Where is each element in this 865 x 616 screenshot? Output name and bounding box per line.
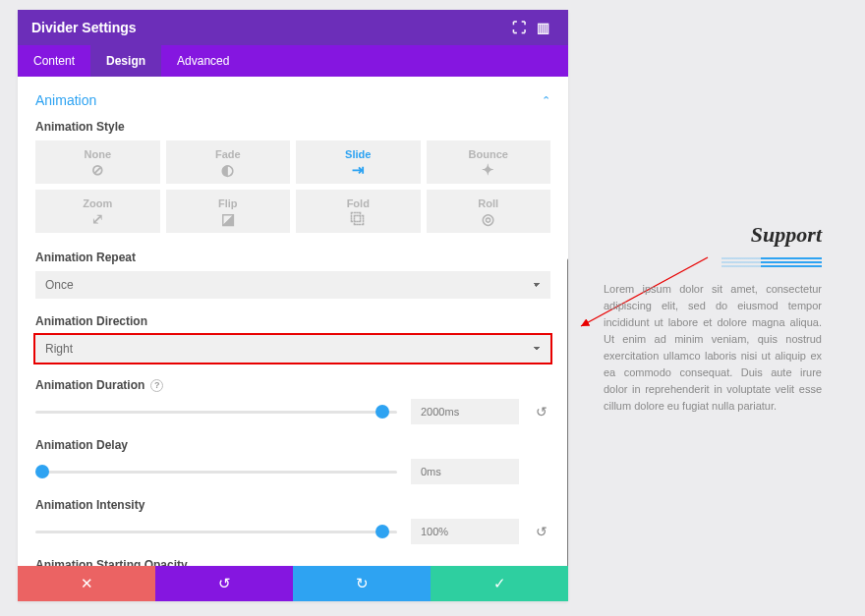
undo-button[interactable]: ↺: [155, 566, 293, 601]
reset-icon[interactable]: ↺: [533, 404, 550, 420]
animation-delay-label: Animation Delay: [35, 438, 550, 452]
layout-icon[interactable]: ▥: [531, 20, 554, 35]
style-fade[interactable]: Fade◐: [166, 140, 291, 184]
help-icon[interactable]: ?: [150, 379, 163, 392]
preview-divider: [761, 255, 822, 267]
section-header[interactable]: Animation ⌃: [35, 92, 550, 108]
flip-icon: ◪: [166, 211, 291, 227]
preview-block: Support Lorem ipsum dolor sit amet, cons…: [604, 222, 822, 415]
style-slide[interactable]: Slide⇥: [296, 140, 421, 184]
zoom-icon: ⤢: [35, 211, 160, 227]
settings-panel: Divider Settings ⛶ ▥ Content Design Adva…: [18, 10, 568, 601]
scrollbar[interactable]: [567, 258, 568, 566]
preview-text: Lorem ipsum dolor sit amet, consectetur …: [604, 281, 822, 415]
animation-style-label: Animation Style: [35, 120, 550, 134]
roll-icon: ◎: [427, 211, 551, 227]
delay-row: [35, 459, 550, 484]
duration-slider[interactable]: [35, 411, 397, 414]
redo-button[interactable]: ↻: [293, 566, 431, 601]
none-icon: ⊘: [35, 162, 160, 178]
slide-icon: ⇥: [296, 162, 421, 178]
preview-title: Support: [604, 222, 822, 248]
duration-value[interactable]: [411, 399, 519, 424]
intensity-row: ↺: [35, 519, 550, 544]
close-button[interactable]: ✕: [18, 566, 155, 601]
intensity-slider[interactable]: [35, 531, 397, 533]
slider-thumb[interactable]: [35, 465, 49, 478]
chevron-up-icon: ⌃: [542, 94, 550, 107]
expand-icon[interactable]: ⛶: [507, 20, 531, 35]
tabs: Content Design Advanced: [18, 45, 568, 77]
save-button[interactable]: ✓: [431, 566, 568, 601]
animation-repeat-select[interactable]: Once: [35, 271, 550, 299]
slider-thumb[interactable]: [375, 525, 389, 538]
panel-title: Divider Settings: [31, 20, 507, 35]
style-none[interactable]: None⊘: [35, 140, 160, 184]
animation-duration-label: Animation Duration ?: [35, 378, 550, 392]
slider-thumb[interactable]: [375, 405, 389, 419]
style-grid: None⊘ Fade◐ Slide⇥ Bounce✦ Zoom⤢ Flip◪ F…: [35, 140, 550, 233]
intensity-value[interactable]: [411, 519, 519, 544]
style-bounce[interactable]: Bounce✦: [427, 140, 551, 184]
duration-row: ↺: [35, 399, 550, 424]
animation-direction-label: Animation Direction: [35, 314, 550, 328]
panel-header: Divider Settings ⛶ ▥: [18, 10, 568, 45]
delay-slider[interactable]: [35, 471, 397, 474]
bounce-icon: ✦: [427, 162, 551, 178]
animation-direction-select[interactable]: Right: [35, 335, 550, 363]
reset-icon[interactable]: ↺: [533, 524, 550, 539]
tab-content[interactable]: Content: [18, 45, 90, 77]
delay-value[interactable]: [411, 459, 519, 484]
tab-design[interactable]: Design: [90, 45, 161, 77]
animation-intensity-label: Animation Intensity: [35, 498, 550, 512]
panel-body: Animation ⌃ Animation Style None⊘ Fade◐ …: [18, 77, 568, 566]
style-zoom[interactable]: Zoom⤢: [35, 190, 160, 233]
panel-footer: ✕ ↺ ↻ ✓: [18, 566, 568, 601]
animation-opacity-label: Animation Starting Opacity: [35, 558, 550, 566]
style-roll[interactable]: Roll◎: [427, 190, 551, 233]
fade-icon: ◐: [166, 162, 291, 178]
style-flip[interactable]: Flip◪: [166, 190, 291, 233]
fold-icon: ⿻: [296, 211, 421, 227]
style-fold[interactable]: Fold⿻: [296, 190, 421, 233]
section-title: Animation: [35, 92, 96, 108]
animation-repeat-label: Animation Repeat: [35, 251, 550, 264]
tab-advanced[interactable]: Advanced: [161, 45, 245, 77]
